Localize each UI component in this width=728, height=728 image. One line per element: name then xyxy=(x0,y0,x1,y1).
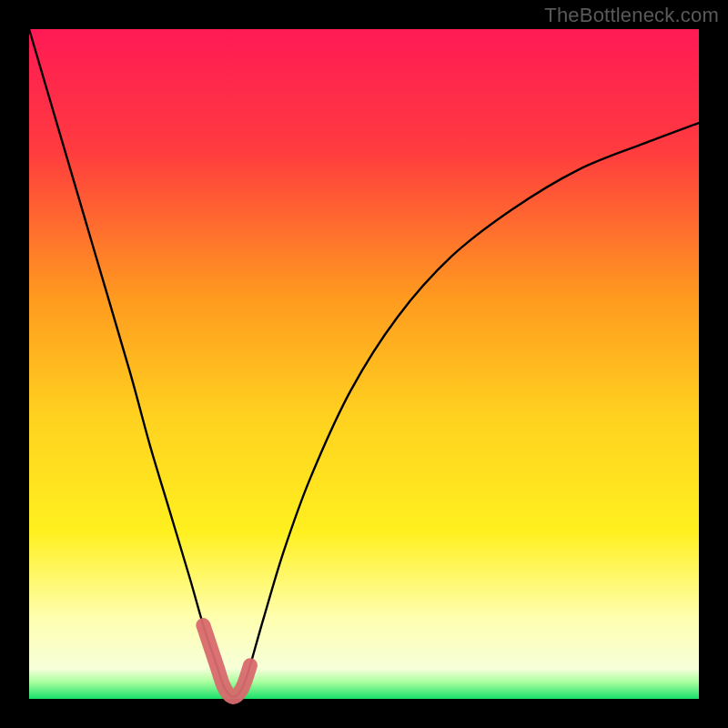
plot-area xyxy=(29,29,699,699)
chart-stage: TheBottleneck.com xyxy=(0,0,728,728)
chart-svg xyxy=(29,29,699,699)
watermark-text: TheBottleneck.com xyxy=(544,4,719,27)
bottleneck-curve xyxy=(29,29,699,697)
optimal-range-highlight xyxy=(203,625,250,697)
